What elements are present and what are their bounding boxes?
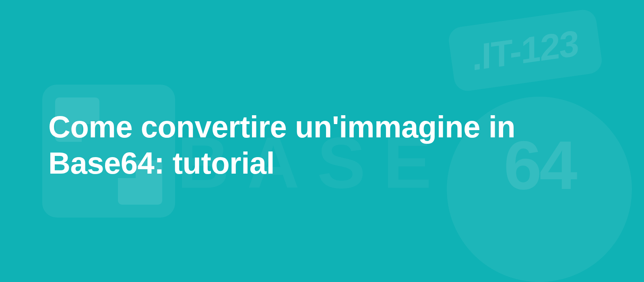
badge-label: .IT-123 bbox=[472, 22, 578, 79]
page-title: Come convertire un'immagine in Base64: t… bbox=[48, 109, 596, 181]
decorative-it123-badge: .IT-123 bbox=[447, 8, 604, 93]
